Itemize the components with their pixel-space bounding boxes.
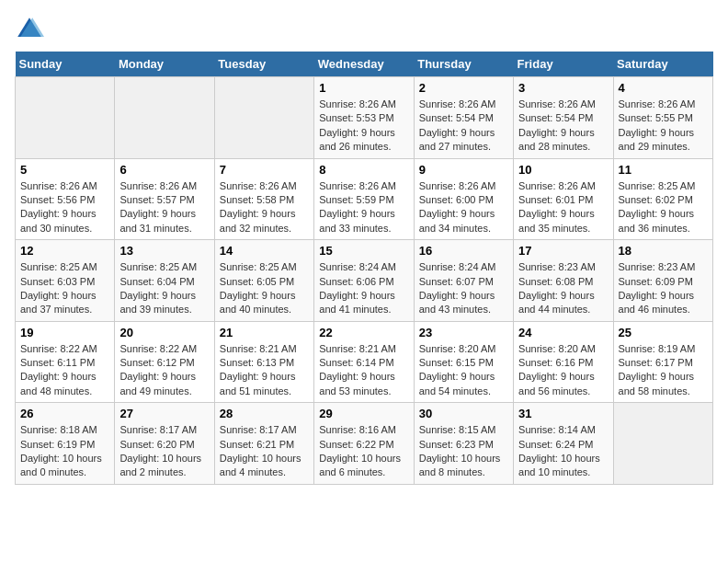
day-info: Sunrise: 8:15 AM Sunset: 6:23 PM Dayligh… [419, 423, 508, 480]
calendar-cell: 15Sunrise: 8:24 AM Sunset: 6:06 PM Dayli… [314, 240, 414, 322]
calendar-cell: 24Sunrise: 8:20 AM Sunset: 6:16 PM Dayli… [514, 321, 613, 403]
day-info: Sunrise: 8:25 AM Sunset: 6:04 PM Dayligh… [119, 260, 209, 317]
calendar-cell: 25Sunrise: 8:19 AM Sunset: 6:17 PM Dayli… [613, 321, 712, 403]
calendar-cell: 11Sunrise: 8:25 AM Sunset: 6:02 PM Dayli… [613, 158, 712, 240]
day-number: 19 [20, 326, 109, 339]
day-info: Sunrise: 8:26 AM Sunset: 6:00 PM Dayligh… [419, 179, 508, 236]
day-number: 12 [20, 244, 109, 258]
day-info: Sunrise: 8:22 AM Sunset: 6:11 PM Dayligh… [20, 342, 109, 399]
calendar-cell: 13Sunrise: 8:25 AM Sunset: 6:04 PM Dayli… [115, 240, 214, 322]
calendar-cell: 18Sunrise: 8:23 AM Sunset: 6:09 PM Dayli… [613, 240, 712, 322]
calendar-cell: 12Sunrise: 8:25 AM Sunset: 6:03 PM Dayli… [16, 240, 115, 322]
day-number: 30 [419, 407, 508, 420]
calendar-cell: 21Sunrise: 8:21 AM Sunset: 6:13 PM Dayli… [214, 321, 313, 403]
calendar-cell: 2Sunrise: 8:26 AM Sunset: 5:54 PM Daylig… [414, 77, 513, 159]
calendar-cell: 6Sunrise: 8:26 AM Sunset: 5:57 PM Daylig… [115, 158, 214, 240]
day-number: 26 [20, 407, 109, 420]
day-info: Sunrise: 8:26 AM Sunset: 5:59 PM Dayligh… [319, 179, 408, 236]
day-number: 7 [220, 163, 309, 177]
calendar-cell: 20Sunrise: 8:22 AM Sunset: 6:12 PM Dayli… [115, 321, 214, 403]
day-info: Sunrise: 8:21 AM Sunset: 6:13 PM Dayligh… [220, 342, 309, 399]
day-number: 14 [220, 244, 309, 258]
day-info: Sunrise: 8:26 AM Sunset: 6:01 PM Dayligh… [518, 179, 608, 236]
header-day: Friday [514, 52, 613, 77]
page-header [15, 15, 713, 44]
calendar-cell: 10Sunrise: 8:26 AM Sunset: 6:01 PM Dayli… [514, 158, 613, 240]
day-info: Sunrise: 8:17 AM Sunset: 6:21 PM Dayligh… [220, 423, 309, 480]
calendar-table: SundayMondayTuesdayWednesdayThursdayFrid… [15, 52, 713, 485]
calendar-cell: 16Sunrise: 8:24 AM Sunset: 6:07 PM Dayli… [414, 240, 513, 322]
day-number: 8 [319, 163, 408, 177]
day-number: 6 [119, 163, 209, 177]
day-number: 29 [319, 407, 408, 420]
header-day: Sunday [16, 52, 115, 77]
day-number: 24 [518, 326, 608, 339]
calendar-cell: 5Sunrise: 8:26 AM Sunset: 5:56 PM Daylig… [16, 158, 115, 240]
day-number: 20 [119, 326, 209, 339]
calendar-cell [115, 77, 214, 159]
day-number: 5 [20, 163, 109, 177]
day-number: 4 [619, 81, 708, 95]
calendar-week: 5Sunrise: 8:26 AM Sunset: 5:56 PM Daylig… [16, 158, 713, 240]
calendar-cell [613, 403, 712, 485]
calendar-cell: 1Sunrise: 8:26 AM Sunset: 5:53 PM Daylig… [314, 77, 414, 159]
day-number: 23 [419, 326, 508, 339]
day-number: 11 [619, 163, 708, 177]
header-day: Wednesday [314, 52, 414, 77]
calendar-cell: 4Sunrise: 8:26 AM Sunset: 5:55 PM Daylig… [613, 77, 712, 159]
calendar-header: SundayMondayTuesdayWednesdayThursdayFrid… [16, 52, 713, 77]
day-info: Sunrise: 8:26 AM Sunset: 5:56 PM Dayligh… [20, 179, 109, 236]
day-info: Sunrise: 8:18 AM Sunset: 6:19 PM Dayligh… [20, 423, 109, 480]
calendar-cell: 28Sunrise: 8:17 AM Sunset: 6:21 PM Dayli… [214, 403, 313, 485]
calendar-cell: 23Sunrise: 8:20 AM Sunset: 6:15 PM Dayli… [414, 321, 513, 403]
day-info: Sunrise: 8:20 AM Sunset: 6:16 PM Dayligh… [518, 342, 608, 399]
calendar-cell: 3Sunrise: 8:26 AM Sunset: 5:54 PM Daylig… [514, 77, 613, 159]
day-number: 18 [619, 244, 708, 258]
day-info: Sunrise: 8:19 AM Sunset: 6:17 PM Dayligh… [619, 342, 708, 399]
day-number: 16 [419, 244, 508, 258]
calendar-cell: 9Sunrise: 8:26 AM Sunset: 6:00 PM Daylig… [414, 158, 513, 240]
day-number: 2 [419, 81, 508, 95]
day-number: 28 [220, 407, 309, 420]
calendar-cell: 27Sunrise: 8:17 AM Sunset: 6:20 PM Dayli… [115, 403, 214, 485]
header-day: Thursday [414, 52, 513, 77]
day-number: 31 [518, 407, 608, 420]
header-day: Monday [115, 52, 214, 77]
day-info: Sunrise: 8:26 AM Sunset: 5:54 PM Dayligh… [518, 98, 608, 155]
day-number: 27 [119, 407, 209, 420]
day-info: Sunrise: 8:14 AM Sunset: 6:24 PM Dayligh… [518, 423, 608, 480]
header-day: Saturday [613, 52, 712, 77]
day-number: 1 [319, 81, 408, 95]
day-number: 10 [518, 163, 608, 177]
calendar-cell: 8Sunrise: 8:26 AM Sunset: 5:59 PM Daylig… [314, 158, 414, 240]
day-number: 21 [220, 326, 309, 339]
day-info: Sunrise: 8:26 AM Sunset: 5:57 PM Dayligh… [119, 179, 209, 236]
day-info: Sunrise: 8:20 AM Sunset: 6:15 PM Dayligh… [419, 342, 508, 399]
header-row: SundayMondayTuesdayWednesdayThursdayFrid… [16, 52, 713, 77]
day-info: Sunrise: 8:26 AM Sunset: 5:58 PM Dayligh… [220, 179, 309, 236]
day-number: 17 [518, 244, 608, 258]
calendar-cell: 19Sunrise: 8:22 AM Sunset: 6:11 PM Dayli… [16, 321, 115, 403]
day-number: 25 [619, 326, 708, 339]
day-info: Sunrise: 8:17 AM Sunset: 6:20 PM Dayligh… [119, 423, 209, 480]
calendar-cell: 29Sunrise: 8:16 AM Sunset: 6:22 PM Dayli… [314, 403, 414, 485]
day-info: Sunrise: 8:25 AM Sunset: 6:02 PM Dayligh… [619, 179, 708, 236]
day-info: Sunrise: 8:26 AM Sunset: 5:54 PM Dayligh… [419, 98, 508, 155]
logo-icon [15, 15, 44, 44]
day-info: Sunrise: 8:21 AM Sunset: 6:14 PM Dayligh… [319, 342, 408, 399]
calendar-cell: 17Sunrise: 8:23 AM Sunset: 6:08 PM Dayli… [514, 240, 613, 322]
calendar-cell: 14Sunrise: 8:25 AM Sunset: 6:05 PM Dayli… [214, 240, 313, 322]
calendar-cell: 7Sunrise: 8:26 AM Sunset: 5:58 PM Daylig… [214, 158, 313, 240]
calendar-cell: 30Sunrise: 8:15 AM Sunset: 6:23 PM Dayli… [414, 403, 513, 485]
day-info: Sunrise: 8:25 AM Sunset: 6:05 PM Dayligh… [220, 260, 309, 317]
day-number: 3 [518, 81, 608, 95]
calendar-cell: 26Sunrise: 8:18 AM Sunset: 6:19 PM Dayli… [16, 403, 115, 485]
day-info: Sunrise: 8:22 AM Sunset: 6:12 PM Dayligh… [119, 342, 209, 399]
calendar-week: 1Sunrise: 8:26 AM Sunset: 5:53 PM Daylig… [16, 77, 713, 159]
day-info: Sunrise: 8:16 AM Sunset: 6:22 PM Dayligh… [319, 423, 408, 480]
day-number: 15 [319, 244, 408, 258]
calendar-week: 19Sunrise: 8:22 AM Sunset: 6:11 PM Dayli… [16, 321, 713, 403]
day-number: 13 [119, 244, 209, 258]
logo [15, 15, 48, 44]
day-info: Sunrise: 8:23 AM Sunset: 6:08 PM Dayligh… [518, 260, 608, 317]
